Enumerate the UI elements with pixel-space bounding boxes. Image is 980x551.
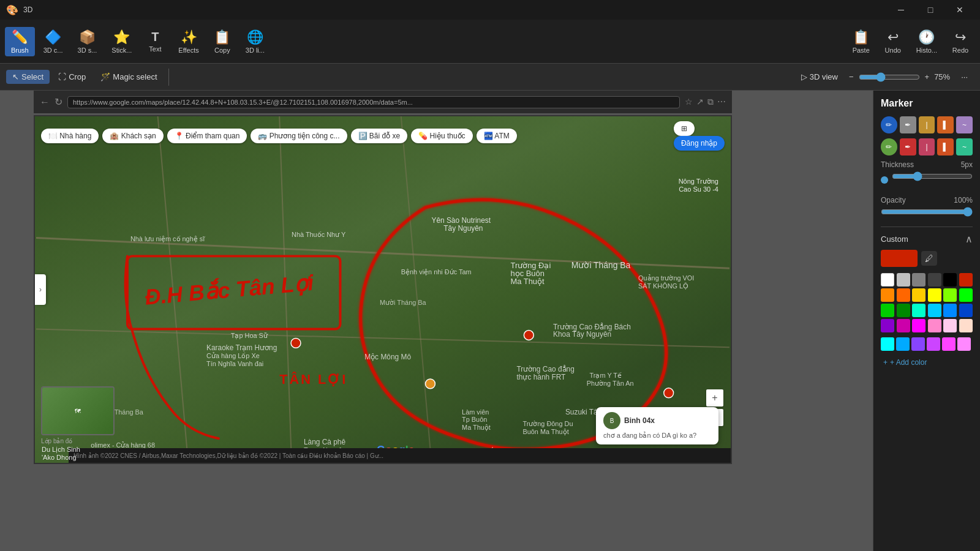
crop-button[interactable]: ⛶ Crop	[52, 70, 92, 84]
palette-lightpink[interactable]	[943, 319, 957, 332]
palette-magenta[interactable]	[897, 319, 910, 332]
minimize-button[interactable]: ─	[887, 0, 915, 20]
map-layer-btn[interactable]: 🗺 Lớp bản đồ	[41, 386, 115, 444]
more-options-button[interactable]: ···	[955, 70, 974, 84]
filter-attractions[interactable]: 📍 Điểm tham quan	[167, 129, 247, 143]
opacity-slider[interactable]	[881, 207, 973, 217]
custom-chevron-icon[interactable]: ∧	[965, 233, 973, 245]
pen-gray-angled[interactable]: ✒	[900, 116, 916, 133]
chat-bubble: B Binh 04x chơ a đang bản có DA gì ko a?	[596, 407, 718, 444]
filter-hotel[interactable]: 🏨 Khách sạn	[102, 129, 163, 143]
map-thumb[interactable]: 🗺	[41, 386, 115, 435]
filter-restaurant[interactable]: 🍽️ Nhà hàng	[41, 129, 99, 143]
pen-blue-round[interactable]: ✏	[881, 116, 897, 133]
pen-pink-flat[interactable]: |	[919, 138, 935, 156]
ribbon-3dc[interactable]: 🔷 3D c...	[37, 27, 69, 56]
filter-transit[interactable]: 🚌 Phương tiện công c...	[251, 129, 347, 143]
chat-message: chơ a đang bản có DA gì ko a?	[603, 432, 711, 440]
palette-dodgerblue[interactable]	[896, 337, 910, 351]
newwindow-icon[interactable]: ⧉	[707, 97, 714, 107]
palette-indigo[interactable]	[911, 337, 925, 351]
pen-red-angled[interactable]: ✒	[900, 138, 916, 156]
palette-skyblue[interactable]	[928, 304, 941, 317]
ribbon-text[interactable]: T Text	[140, 28, 170, 55]
map-thumb-label: Lớp bản đồ	[41, 438, 115, 444]
pen-gold-flat[interactable]: |	[919, 116, 935, 133]
palette-blue[interactable]	[943, 304, 957, 317]
palette-violet[interactable]	[927, 337, 940, 351]
palette-forestgreen[interactable]	[897, 304, 910, 317]
palette-purple[interactable]	[881, 319, 894, 332]
login-button[interactable]: Đăng nhập	[674, 136, 725, 151]
ribbon-brush[interactable]: ✏️ Brush	[5, 27, 35, 56]
palette-orchid[interactable]	[942, 337, 956, 351]
close-button[interactable]: ✕	[946, 0, 974, 20]
palette-darkgray[interactable]	[928, 273, 941, 287]
palette-white[interactable]	[881, 273, 894, 287]
expand-panel-button[interactable]: ›	[35, 274, 46, 305]
pen-teal-brush[interactable]: ~	[956, 138, 973, 156]
filter-pharmacy[interactable]: 💊 Hiệu thuốc	[411, 129, 472, 143]
palette-lightgray[interactable]	[897, 273, 910, 287]
palette-yellow[interactable]	[928, 288, 941, 302]
palette-gray[interactable]	[912, 273, 925, 287]
pen-purple-brush[interactable]: ~	[956, 116, 973, 133]
ribbon-history[interactable]: 🕐 Histo...	[910, 27, 943, 56]
ribbon-3ds[interactable]: 📦 3D s...	[72, 27, 104, 56]
grid-view-button[interactable]: ⊞	[674, 121, 695, 136]
palette-fuchsia[interactable]	[912, 319, 925, 332]
maximize-button[interactable]: □	[916, 0, 944, 20]
3d-view-button[interactable]: ▷ 3D view	[795, 70, 844, 84]
pen-green-round[interactable]: ✏	[881, 138, 897, 156]
palette-green[interactable]	[959, 288, 973, 302]
custom-color-swatch[interactable]	[881, 250, 918, 267]
pen-orange-marker[interactable]: ▌	[937, 116, 954, 133]
chat-header: B Binh 04x	[603, 412, 711, 429]
crop-icon: ⛶	[58, 72, 66, 81]
more-icon[interactable]: ⋯	[717, 97, 726, 107]
palette-peach[interactable]	[959, 319, 973, 332]
palette-black[interactable]	[943, 273, 957, 287]
magic-select-button[interactable]: 🪄 Magic select	[94, 70, 163, 84]
palette-lime[interactable]	[943, 288, 957, 302]
palette-lavender[interactable]	[957, 337, 971, 351]
ribbon-redo[interactable]: ↪ Redo	[946, 27, 975, 56]
ribbon-paste[interactable]: 📋 Paste	[846, 27, 876, 56]
palette-pink[interactable]	[928, 319, 941, 332]
filter-atm[interactable]: 🏧 ATM	[477, 129, 517, 143]
ribbon-undo[interactable]: ↩ Undo	[878, 27, 908, 56]
palette-darkblue[interactable]	[959, 304, 973, 317]
back-icon[interactable]: ←	[40, 97, 50, 108]
ribbon-copy[interactable]: 📋 Copy	[208, 27, 237, 56]
palette-red[interactable]	[959, 273, 973, 287]
select-button[interactable]: ↖ Select	[6, 70, 50, 84]
palette-teal[interactable]	[912, 304, 925, 317]
map-zoom-in[interactable]: +	[706, 389, 723, 407]
share-icon[interactable]: ↗	[696, 97, 704, 107]
palette-darkgreen[interactable]	[881, 304, 894, 317]
zoom-plus[interactable]: +	[925, 72, 930, 81]
thickness-slider[interactable]	[892, 171, 973, 181]
ribbon-3dlib[interactable]: 🌐 3D li...	[239, 27, 271, 56]
ribbon-effects[interactable]: ✨ Effects	[172, 27, 205, 56]
zoom-slider[interactable]	[859, 72, 920, 82]
bookmark-icon[interactable]: ☆	[685, 97, 693, 107]
pen-row-2: ✏ ✒ | ▌ ~	[881, 138, 973, 156]
history-icon: 🕐	[918, 29, 935, 45]
palette-gold[interactable]	[912, 288, 925, 302]
filter-parking[interactable]: 🅿️ Bãi đỗ xe	[351, 129, 408, 143]
palette-cyan[interactable]	[881, 337, 894, 351]
canvas-area[interactable]: ← ↻ https://www.google.com/maps/place/12…	[0, 91, 873, 551]
browser-url[interactable]: https://www.google.com/maps/place/12.42.…	[67, 96, 680, 108]
zoom-minus[interactable]: −	[849, 72, 854, 81]
eyedrop-button[interactable]: 🖊	[921, 251, 937, 266]
pen-orange2-marker[interactable]: ▌	[937, 138, 954, 156]
map-container[interactable]: Đ.H Bắc Tân Lợi TÂN LỢI Yên Sào Nutrines…	[34, 115, 732, 464]
palette-darkorange[interactable]	[897, 288, 910, 302]
refresh-icon[interactable]: ↻	[55, 96, 62, 108]
ribbon-stickers[interactable]: ⭐ Stick...	[105, 27, 138, 56]
nong-truong-label: Nông TrườngCao Su 30 -4	[679, 178, 718, 193]
add-color-button[interactable]: + + Add color	[881, 356, 973, 369]
palette-orange[interactable]	[881, 288, 894, 302]
paste-icon: 📋	[853, 29, 869, 45]
